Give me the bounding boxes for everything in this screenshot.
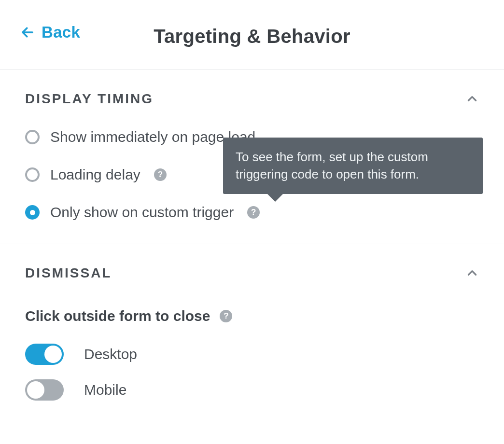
dismissal-body: Click outside form to close ? Desktop Mo… (25, 303, 479, 401)
dismissal-subtitle-row: Click outside form to close ? (25, 308, 479, 324)
section-dismissal: DISMISSAL Click outside form to close ? … (0, 244, 504, 424)
section-title-dismissal: DISMISSAL (25, 265, 112, 281)
chevron-up-icon[interactable] (465, 266, 479, 280)
toggle-row-mobile: Mobile (25, 379, 479, 401)
toggle-label: Mobile (84, 382, 126, 398)
toggle-desktop[interactable] (25, 344, 64, 365)
arrow-left-icon (20, 25, 35, 40)
radio-label: Loading delay (50, 166, 140, 183)
help-icon[interactable]: ? (220, 310, 232, 322)
section-title-display-timing: DISPLAY TIMING (25, 91, 154, 107)
section-header-dismissal[interactable]: DISMISSAL (25, 265, 479, 281)
toggle-mobile[interactable] (25, 379, 64, 401)
toggle-label: Desktop (84, 346, 137, 362)
section-header-display-timing[interactable]: DISPLAY TIMING (25, 91, 479, 107)
page-title: Targeting & Behavior (154, 26, 350, 47)
back-button[interactable]: Back (20, 23, 80, 42)
radio-icon[interactable] (25, 130, 40, 144)
help-icon[interactable]: ? (154, 168, 167, 181)
help-tooltip: To see the form, set up the custom trigg… (223, 138, 483, 194)
dismissal-subtitle: Click outside form to close (25, 308, 210, 324)
section-display-timing: DISPLAY TIMING Show immediately on page … (0, 70, 504, 244)
help-icon[interactable]: ? (247, 206, 260, 219)
back-label: Back (42, 23, 80, 42)
radio-label: Only show on custom trigger (50, 204, 234, 221)
header-bar: Back Targeting & Behavior (0, 0, 504, 70)
radio-option-custom-trigger[interactable]: Only show on custom trigger ? (25, 204, 479, 221)
chevron-up-icon[interactable] (465, 92, 479, 106)
toggle-row-desktop: Desktop (25, 344, 479, 365)
radio-icon[interactable] (25, 205, 40, 220)
radio-icon[interactable] (25, 167, 40, 182)
